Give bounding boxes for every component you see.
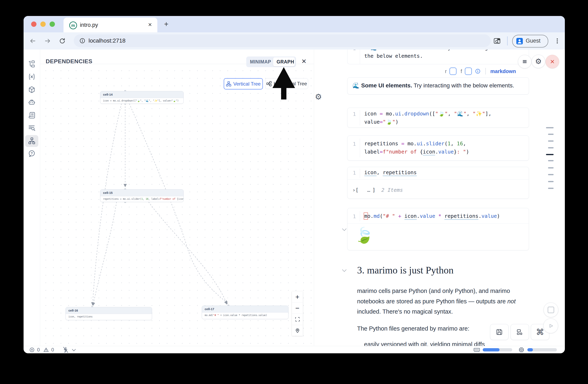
save-button[interactable] <box>490 324 508 340</box>
sidebar-item-help[interactable]: ? <box>24 148 39 159</box>
scroll-icon <box>28 112 35 119</box>
dependency-graph-icon <box>28 137 35 145</box>
code-line: value="🍃") <box>364 119 399 125</box>
toolbar-separator <box>485 68 486 75</box>
new-tab-button[interactable]: + <box>164 20 168 28</box>
cell-collapse-chevron-icon[interactable] <box>342 227 346 231</box>
zoom-in-button[interactable]: + <box>292 291 303 303</box>
status-right <box>473 347 565 353</box>
code-cell-md[interactable]: 1 mo.md("# " + icon.value * repetitions.… <box>347 208 529 250</box>
graph-node-cell-16[interactable]: cell-16 icon, repetitions <box>65 307 152 320</box>
traffic-close-button[interactable] <box>31 21 37 27</box>
autorun-chevron-icon[interactable] <box>72 347 76 351</box>
graph-zoom-controls: + − <box>292 291 303 336</box>
graph-node-cell-17[interactable]: cell-17 mo.md("# " + icon.value * repeti… <box>202 306 289 319</box>
toolbar-divider <box>507 37 508 45</box>
browser-tab[interactable]: m intro.py ✕ <box>63 18 157 32</box>
output-text: Try interacting with the below elements. <box>412 82 514 89</box>
dependency-graph-canvas[interactable]: cell-14 icon = mo.ui.dropdown(["🍃", "🌊",… <box>40 64 314 346</box>
url-text: localhost:2718 <box>88 38 126 44</box>
line-number: 1 <box>353 50 356 51</box>
paragraph-line: notebooks are stored as pure Python file… <box>357 298 516 305</box>
sidebar-item-variables[interactable] <box>24 71 39 83</box>
layout-icon <box>516 328 524 336</box>
gutter-divider <box>360 211 360 221</box>
browser-menu-icon[interactable] <box>554 38 561 44</box>
markdown-cell-editor[interactable]: 1 **🌊 Some UI elements.** Try interactin… <box>347 50 529 64</box>
info-icon[interactable] <box>475 68 481 74</box>
tab-close-icon[interactable]: ✕ <box>148 22 152 28</box>
fit-view-button[interactable] <box>292 314 303 325</box>
sidebar-item-logs[interactable] <box>24 122 39 134</box>
section-collapse-chevron-icon[interactable] <box>342 268 346 272</box>
notebook-menu-button[interactable] <box>518 55 531 68</box>
dependencies-panel: DEPENDENCIES MINIMAP GRAPH ✕ <box>40 50 314 346</box>
sidebar-item-packages[interactable] <box>24 84 39 96</box>
minimap-dash <box>548 188 554 189</box>
traffic-zoom-button[interactable] <box>50 21 55 27</box>
code-cell-slider[interactable]: 1 repetitions = mo.ui.slider(1, 16, labe… <box>347 135 529 161</box>
code-line: repetitions = mo.ui.slider(1, 16, <box>364 141 466 147</box>
format-toggle[interactable] <box>465 68 472 75</box>
line-number: 1 <box>353 170 356 176</box>
output-bracket: ›[ <box>352 187 358 193</box>
reload-button[interactable] <box>59 38 66 44</box>
stop-square-icon <box>548 307 554 313</box>
url-bar[interactable]: localhost:2718 <box>74 34 491 47</box>
shutdown-button[interactable] <box>546 55 559 68</box>
graph-node-cell-15[interactable]: cell-15 repetitions = mo.ui.slider(1, 16… <box>100 189 184 202</box>
browser-toolbar: localhost:2718 Guest <box>23 32 565 50</box>
list-search-icon <box>28 124 35 132</box>
sidebar-item-ai-chat[interactable] <box>24 96 39 108</box>
zoom-out-button[interactable]: − <box>292 303 303 314</box>
console-output[interactable]: ›[…] 2 Items <box>352 187 403 193</box>
errors-icon[interactable] <box>29 347 35 353</box>
stop-button[interactable] <box>544 303 558 317</box>
minimap-dash <box>548 181 554 182</box>
cell-toolbar: r f markdown <box>445 68 516 75</box>
back-button[interactable] <box>29 38 36 44</box>
command-icon: ⌘ <box>536 328 544 336</box>
tab-search-icon[interactable] <box>493 37 501 45</box>
svg-text:?: ? <box>31 152 33 155</box>
autorun-off-icon[interactable] <box>62 346 69 353</box>
sidebar-item-snippets[interactable] <box>24 109 39 121</box>
code-cell-dropdown[interactable]: 1 icon = mo.ui.dropdown(["🍃", "🌊", "✨"],… <box>347 108 529 128</box>
profile-label: Guest <box>526 38 541 44</box>
ram-icon <box>473 346 480 353</box>
sidebar-rail: ? <box>23 50 40 346</box>
profile-button[interactable]: Guest <box>512 35 548 47</box>
warnings-icon[interactable] <box>43 347 49 353</box>
gutter-divider <box>360 169 360 178</box>
variables-icon <box>28 73 35 80</box>
language-label[interactable]: markdown <box>490 68 516 74</box>
notebook-settings-button[interactable]: ⚙ <box>532 55 545 68</box>
rerun-toggle[interactable] <box>449 68 457 75</box>
horizontal-tree-button[interactable]: Horizontal Tree <box>265 78 308 89</box>
minimap-dash <box>548 140 554 142</box>
file-tree-icon <box>28 60 35 68</box>
minimap-dash <box>548 147 554 148</box>
node-code: repetitions = mo.ui.slider(1, 16, label=… <box>100 196 183 202</box>
output-bold-text: 🌊 Some UI elements. <box>352 82 412 89</box>
layout-toggle-button[interactable] <box>511 324 529 340</box>
minimap-dash-active <box>546 154 554 155</box>
output-divider <box>347 179 529 180</box>
locate-button[interactable] <box>292 325 303 336</box>
code-cell-tuple[interactable]: 1 icon, repetitions ›[…] 2 Items <box>347 167 529 199</box>
graph-node-cell-14[interactable]: cell-14 icon = mo.ui.dropdown(["🍃", "🌊",… <box>100 91 184 104</box>
ai-sparkle-icon[interactable] <box>564 346 565 353</box>
status-bar: 0 0 <box>23 346 565 353</box>
run-button[interactable] <box>543 319 558 333</box>
sidebar-item-file-tree[interactable] <box>24 58 39 70</box>
sidebar-item-dependencies[interactable] <box>24 135 39 147</box>
robot-icon <box>28 99 35 106</box>
cpu-usage-fill <box>527 348 533 351</box>
traffic-minimize-button[interactable] <box>40 21 46 27</box>
code-line: the below elements. <box>364 53 423 59</box>
node-title: cell-14 <box>100 91 183 98</box>
site-info-icon[interactable] <box>79 38 86 44</box>
forward-button[interactable] <box>44 38 51 44</box>
vertical-tree-button[interactable]: Vertical Tree <box>224 78 263 89</box>
cpu-icon <box>518 346 525 353</box>
